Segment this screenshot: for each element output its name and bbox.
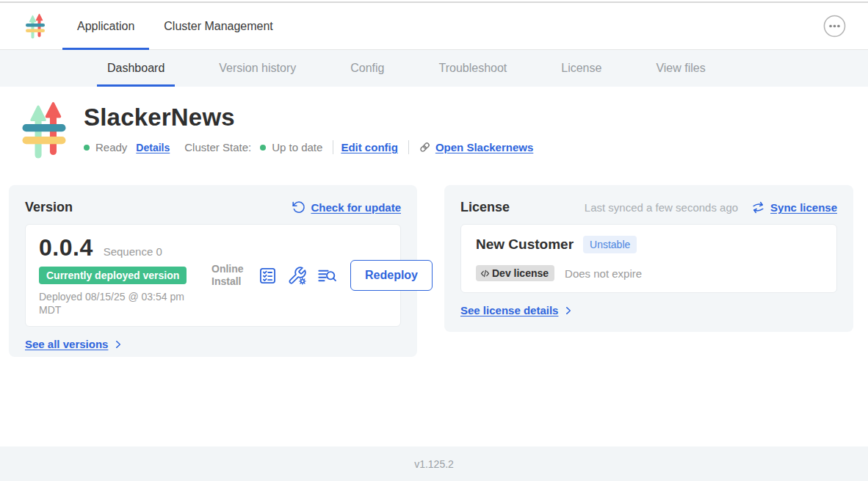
subnav-tab-version-history[interactable]: Version history	[209, 50, 306, 87]
status-divider	[408, 140, 409, 154]
license-details-panel: New Customer Unstable Dev license Does n…	[460, 224, 837, 293]
code-icon	[480, 268, 491, 279]
edit-config-link[interactable]: Edit config	[341, 141, 398, 153]
sequence-label: Sequence 0	[104, 245, 162, 258]
sync-license-link[interactable]: Sync license	[751, 200, 837, 214]
customer-row: New Customer Unstable	[476, 236, 822, 253]
deployed-status-badge: Currently deployed version	[39, 267, 187, 284]
overflow-menu-button[interactable]	[822, 15, 846, 38]
subnav-tab-version-history-label: Version history	[219, 62, 296, 75]
refresh-icon	[292, 200, 305, 214]
license-type-label: Dev license	[492, 267, 549, 279]
sync-arrows-icon	[751, 200, 765, 214]
sync-license-label: Sync license	[770, 201, 837, 214]
slackernews-app-icon	[19, 99, 69, 161]
primary-tabs: Application Cluster Management	[62, 3, 288, 49]
license-card: License Last synced a few seconds ago Sy…	[444, 185, 853, 332]
customer-name: New Customer	[476, 236, 574, 253]
page-title: SlackerNews	[84, 104, 533, 131]
deploy-logs-button[interactable]	[317, 266, 338, 286]
open-app-link-label: Open Slackernews	[435, 141, 533, 153]
license-type-badge: Dev license	[476, 265, 554, 281]
cluster-state-text: Up to date	[272, 141, 322, 153]
config-wrench-icon	[287, 266, 307, 286]
dashboard-cards: Version Check for update 0.0.4 Seq	[9, 185, 868, 357]
version-card: Version Check for update 0.0.4 Seq	[9, 185, 417, 357]
version-card-header: Version Check for update	[25, 200, 401, 215]
open-app-link[interactable]: Open Slackernews	[418, 140, 533, 154]
deployed-timestamp: Deployed 08/15/25 @ 03:54 pm MDT	[39, 290, 199, 317]
preflight-checks-icon	[258, 266, 278, 286]
see-license-details-label: See license details	[460, 304, 558, 317]
version-number-row: 0.0.4 Sequence 0	[39, 234, 211, 261]
chevron-right-icon	[113, 339, 123, 350]
license-card-actions: Last synced a few seconds ago Sync licen…	[585, 200, 837, 214]
main-header: Application Cluster Management	[0, 3, 868, 50]
subnav-tab-config-label: Config	[350, 62, 384, 75]
slackernews-logo-icon	[24, 12, 46, 40]
license-meta-row: Dev license Does not expire	[476, 265, 822, 281]
tab-application[interactable]: Application	[62, 3, 149, 49]
tab-cluster-management-label: Cluster Management	[164, 20, 273, 33]
app-heading-text: SlackerNews Ready Details Cluster State:…	[84, 99, 533, 161]
see-all-versions-link[interactable]: See all versions	[25, 338, 123, 350]
channel-badge: Unstable	[583, 236, 637, 253]
subnav-tab-troubleshoot-label: Troubleshoot	[438, 62, 507, 75]
cluster-state-label: Cluster State:	[184, 141, 251, 153]
see-license-details-link[interactable]: See license details	[460, 304, 574, 317]
version-actions: Online Install	[211, 260, 433, 291]
console-footer: v1.125.2	[0, 446, 868, 481]
version-card-actions: Check for update	[292, 200, 401, 214]
check-for-update-link[interactable]: Check for update	[292, 200, 401, 214]
app-subnav: Dashboard Version history Config Trouble…	[0, 50, 868, 87]
version-number: 0.0.4	[39, 234, 93, 261]
app-status-row: Ready Details Cluster State: Up to date …	[84, 140, 533, 154]
tab-cluster-management[interactable]: Cluster Management	[149, 3, 288, 49]
license-expiration: Does not expire	[565, 267, 642, 280]
chevron-right-icon	[563, 305, 574, 316]
subnav-tab-dashboard[interactable]: Dashboard	[97, 50, 175, 87]
subnav-tab-license-label: License	[561, 62, 601, 75]
see-all-versions-label: See all versions	[25, 338, 108, 350]
app-heading-section: SlackerNews Ready Details Cluster State:…	[0, 87, 868, 161]
ellipsis-circle-icon	[823, 15, 846, 37]
subnav-tab-troubleshoot[interactable]: Troubleshoot	[428, 50, 517, 87]
subnav-tab-license[interactable]: License	[551, 50, 612, 87]
subnav-tab-view-files[interactable]: View files	[645, 50, 715, 87]
chain-link-icon	[418, 140, 432, 154]
check-for-update-label: Check for update	[311, 201, 401, 214]
subnav-tab-view-files-label: View files	[656, 62, 705, 75]
subnav-tab-dashboard-label: Dashboard	[107, 62, 164, 75]
version-card-title: Version	[25, 200, 73, 215]
subnav-tab-config[interactable]: Config	[340, 50, 394, 87]
app-status-text: Ready	[95, 141, 127, 153]
cluster-state-dot	[260, 145, 266, 151]
current-version-panel: 0.0.4 Sequence 0 Currently deployed vers…	[25, 224, 401, 327]
edit-config-button[interactable]	[287, 266, 307, 286]
last-synced-text: Last synced a few seconds ago	[585, 201, 738, 214]
version-info: 0.0.4 Sequence 0 Currently deployed vers…	[39, 234, 211, 317]
app-icon	[19, 99, 69, 161]
app-status-dot	[84, 145, 90, 151]
console-version: v1.125.2	[414, 458, 454, 470]
license-card-title: License	[460, 200, 510, 215]
tab-application-label: Application	[77, 20, 134, 33]
redeploy-button[interactable]: Redeploy	[350, 260, 433, 291]
deploy-logs-icon	[317, 266, 338, 286]
details-link[interactable]: Details	[136, 142, 170, 153]
preflight-checks-button[interactable]	[258, 266, 278, 286]
status-divider	[333, 140, 333, 154]
dashboard-main: SlackerNews Ready Details Cluster State:…	[0, 87, 868, 357]
install-type-label: Online Install	[211, 263, 248, 289]
app-logo-icon	[24, 3, 46, 49]
license-card-header: License Last synced a few seconds ago Sy…	[460, 200, 837, 215]
